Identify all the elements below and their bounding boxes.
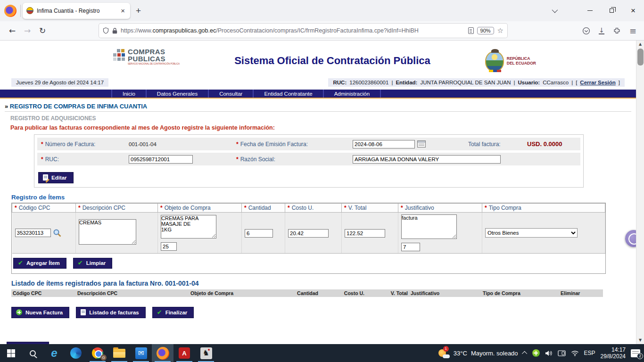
pocket-icon[interactable] — [582, 27, 590, 35]
notification-badge: 2 — [637, 353, 643, 359]
wifi-icon[interactable] — [571, 350, 579, 356]
items-box: *Código CPC *Descripción CPC *Objeto de … — [11, 203, 606, 274]
vertical-scrollbar[interactable]: ▲ ▼ — [636, 41, 644, 344]
reload-button[interactable]: ↻ — [35, 26, 50, 35]
listado-header-costo: Costo U. — [320, 290, 366, 296]
tab-list-button[interactable] — [543, 0, 565, 21]
downloads-icon[interactable]: ↓ — [599, 27, 604, 34]
entidad-label: Entidad: — [396, 80, 417, 85]
limpiar-label: Limpiar — [86, 260, 106, 266]
taskbar-mail[interactable]: ✉ — [130, 344, 152, 362]
bookmark-star-icon[interactable]: ☆ — [497, 26, 504, 35]
extensions-icon[interactable] — [613, 27, 621, 35]
shield-icon[interactable] — [103, 27, 109, 34]
razon-social-input[interactable] — [353, 155, 501, 164]
ruc-field-label: *RUC: — [37, 156, 129, 163]
site-header: COMPRAS PUBLICAS SERVICIO NACIONAL DE CO… — [0, 41, 636, 77]
justificativo-textarea[interactable]: factura — [401, 214, 457, 239]
agregar-item-button[interactable]: ✔Agregar Ítem — [13, 258, 66, 269]
listado-header-tipo: Tipo de Compra — [481, 290, 559, 296]
justificativo-num-input[interactable] — [401, 243, 420, 251]
language-indicator[interactable]: ESP — [584, 350, 595, 356]
items-header-codigo: *Código CPC — [12, 204, 76, 213]
scrollbar-thumb[interactable] — [637, 49, 644, 66]
volume-icon[interactable] — [545, 350, 553, 356]
nav-item-consultar[interactable]: Consultar — [209, 90, 254, 98]
url-text[interactable]: https://www.compraspublicas.gob.ec/Proce… — [121, 27, 465, 34]
tipo-compra-select[interactable]: Otros Bienes — [485, 228, 578, 238]
coat-of-arms-icon — [485, 51, 504, 72]
listado-facturas-button[interactable]: Listado de facturas — [76, 307, 145, 318]
title-marker: » — [5, 103, 8, 110]
nav-item-administracion[interactable]: Administración — [324, 90, 381, 98]
cantidad-input[interactable] — [245, 229, 273, 238]
zoom-level-chip[interactable]: 90% — [477, 27, 494, 34]
taskbar-search-button[interactable] — [22, 344, 43, 362]
editar-button[interactable]: Editar — [38, 172, 74, 183]
back-button[interactable]: ← — [5, 26, 20, 35]
minimize-button[interactable] — [579, 0, 601, 21]
listado-header-vtotal: V. Total — [366, 290, 409, 296]
objeto-qty-input[interactable] — [161, 242, 177, 251]
tab-close-icon[interactable]: × — [119, 7, 126, 15]
calendar-icon[interactable] — [417, 140, 426, 148]
nueva-factura-button[interactable]: Nueva Factura — [11, 307, 69, 318]
bracket: ] — [619, 80, 620, 85]
taskbar-firefox[interactable] — [152, 344, 173, 362]
search-cpc-icon[interactable] — [53, 229, 62, 238]
url-scheme: https://www. — [121, 27, 152, 34]
forward-button[interactable]: → — [20, 26, 35, 35]
finalizar-button[interactable]: ✔Finalizar — [152, 307, 194, 318]
descripcion-cpc-textarea[interactable]: CREMAS — [79, 219, 136, 245]
taskbar-bird-app[interactable]: ♞ — [195, 344, 217, 362]
weather-widget[interactable]: 1 33°C Mayorm. soleado — [438, 348, 518, 358]
scroll-down-button[interactable]: ▼ — [636, 337, 644, 344]
codigo-cpc-input[interactable] — [15, 229, 51, 237]
new-tab-button[interactable]: + — [130, 6, 147, 16]
invoice-form-box: *Número de Factura: 001-001-04 *Fecha de… — [34, 134, 584, 188]
start-button[interactable] — [0, 344, 22, 362]
edge-icon — [70, 347, 82, 359]
chrome-profile-badge: G — [100, 354, 107, 361]
usuario-value: CCarrasco — [543, 80, 569, 85]
nav-item-inicio[interactable]: Inicio — [111, 90, 147, 98]
logout-link[interactable]: Cerrar Sesión — [580, 80, 615, 85]
reader-view-icon[interactable] — [468, 27, 474, 34]
fecha-emision-label: *Fecha de Emisión Factura: — [232, 141, 353, 148]
browser-window: Infima Cuantía - Registro × + × ← → ↻ ht… — [0, 0, 644, 362]
nav-item-datos-generales[interactable]: Datos Generales — [147, 90, 209, 98]
items-header-costo: *Costo U. — [285, 204, 342, 213]
ruc-input[interactable] — [129, 155, 193, 164]
firefox-logo-icon[interactable] — [4, 5, 17, 17]
restore-button[interactable] — [601, 0, 622, 21]
lock-icon[interactable] — [112, 28, 117, 34]
taskbar-clock[interactable]: 14:17 29/8/2024 — [601, 346, 626, 360]
limpiar-button[interactable]: ✔Limpiar — [73, 258, 112, 269]
nav-item-entidad-contratante[interactable]: Entidad Contratante — [254, 90, 323, 98]
action-center-icon[interactable]: 2 — [631, 349, 640, 357]
items-header-tipo: *Tipo Compra — [482, 204, 605, 213]
taskbar-chrome[interactable]: G — [87, 344, 108, 362]
taskbar-edge[interactable] — [65, 344, 87, 362]
antivirus-tray-icon[interactable] — [532, 349, 540, 357]
edit-document-icon — [43, 174, 48, 181]
taskbar-internet-explorer[interactable]: e — [43, 344, 65, 362]
fecha-emision-input[interactable] — [353, 140, 415, 148]
menu-icon[interactable]: ≡ — [629, 26, 636, 36]
clock-time: 14:17 — [601, 346, 626, 353]
valor-total-input[interactable] — [345, 229, 385, 238]
session-chip: RUC: 1260023860001 | Entidad: JUNTA PARR… — [328, 78, 625, 87]
tray-chevron-up-icon[interactable] — [522, 351, 527, 356]
url-bar[interactable]: https://www.compraspublicas.gob.ec/Proce… — [99, 24, 507, 38]
scroll-up-button[interactable]: ▲ — [636, 41, 644, 48]
browser-tab[interactable]: Infima Cuantía - Registro × — [23, 3, 130, 19]
datetime-chip: Jueves 29 de Agosto del 2024 14:17 — [11, 78, 108, 87]
close-button[interactable]: × — [622, 0, 644, 21]
taskbar-acrobat[interactable]: A — [173, 344, 195, 362]
logo-line2: PUBLICAS — [128, 55, 180, 62]
objeto-compra-textarea[interactable]: CREMAS PARA MASAJE DE 1KG — [161, 215, 216, 239]
search-icon — [30, 350, 36, 356]
display-tray-icon[interactable] — [558, 350, 566, 356]
costo-unitario-input[interactable] — [288, 229, 329, 238]
taskbar-file-explorer[interactable] — [108, 344, 130, 362]
